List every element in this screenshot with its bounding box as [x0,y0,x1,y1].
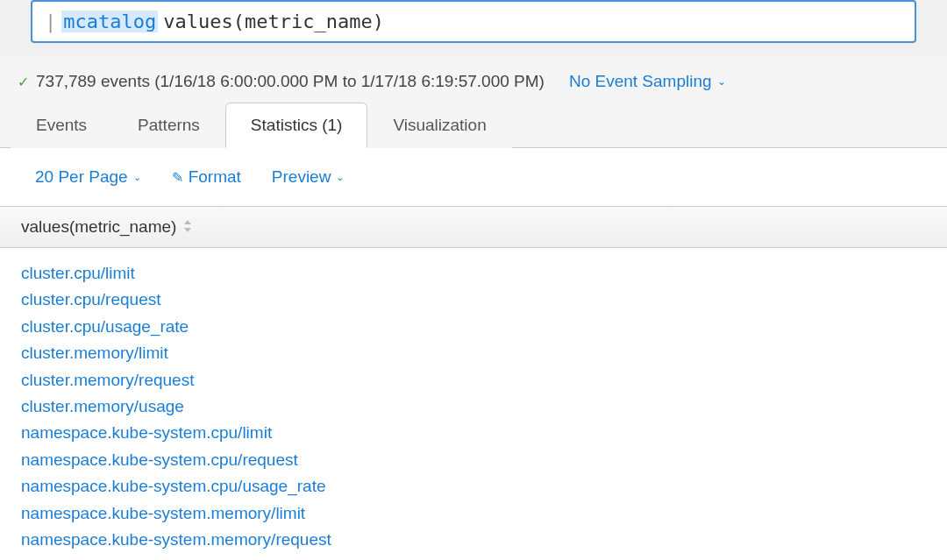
result-item[interactable]: namespace.kube-system.memory/usage [21,553,926,560]
sampling-label: No Event Sampling [569,72,712,91]
result-item[interactable]: namespace.kube-system.memory/limit [21,500,926,527]
result-item[interactable]: namespace.kube-system.cpu/limit [21,420,926,446]
events-count-text: 737,789 events (1/16/18 6:00:00.000 PM t… [36,72,545,91]
result-item[interactable]: cluster.memory/limit [21,340,926,366]
result-item[interactable]: cluster.memory/request [21,367,926,393]
pencil-icon: ✎ [172,169,183,186]
results-tabs: Events Patterns Statistics (1) Visualiza… [0,102,947,148]
format-label: Format [189,167,241,187]
tab-patterns[interactable]: Patterns [112,103,225,148]
chevron-down-icon: ⌄ [717,75,726,88]
table-column-header[interactable]: values(metric_name) [0,206,947,248]
result-item[interactable]: cluster.cpu/request [21,287,926,313]
result-item[interactable]: cluster.memory/usage [21,393,926,420]
result-item[interactable]: namespace.kube-system.memory/request [21,527,926,553]
format-button[interactable]: ✎ Format [172,167,241,187]
search-bar-container: | mcatalog values(metric_name) [0,0,947,56]
result-item[interactable]: cluster.cpu/limit [21,260,926,287]
preview-dropdown[interactable]: Preview ⌄ [272,167,345,187]
preview-label: Preview [272,167,331,187]
event-sampling-dropdown[interactable]: No Event Sampling ⌄ [569,72,726,91]
per-page-dropdown[interactable]: 20 Per Page ⌄ [35,167,141,187]
check-icon: ✓ [18,74,29,90]
status-bar: ✓ 737,789 events (1/16/18 6:00:00.000 PM… [0,56,947,102]
pipe-symbol: | [45,11,56,32]
search-keyword: mcatalog [61,11,158,32]
search-rest: values(metric_name) [163,11,384,32]
search-input[interactable]: | mcatalog values(metric_name) [31,0,916,43]
tab-events[interactable]: Events [11,103,112,148]
tab-visualization[interactable]: Visualization [367,103,511,148]
sort-icon [183,220,192,235]
per-page-label: 20 Per Page [35,167,128,187]
results-list: cluster.cpu/limit cluster.cpu/request cl… [0,248,947,560]
column-header-label: values(metric_name) [21,217,176,237]
tab-statistics[interactable]: Statistics (1) [225,103,368,148]
result-item[interactable]: namespace.kube-system.cpu/request [21,447,926,473]
results-toolbar: 20 Per Page ⌄ ✎ Format Preview ⌄ [0,148,947,206]
chevron-down-icon: ⌄ [133,172,141,183]
result-item[interactable]: cluster.cpu/usage_rate [21,314,926,340]
result-item[interactable]: namespace.kube-system.cpu/usage_rate [21,473,926,500]
chevron-down-icon: ⌄ [336,172,344,183]
